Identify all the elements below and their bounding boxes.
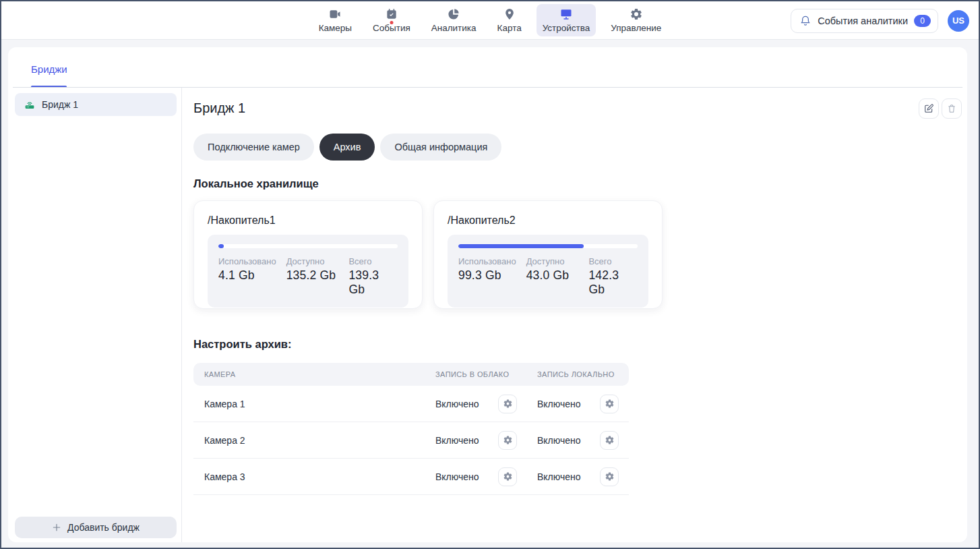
nav-item-map[interactable]: Карта xyxy=(491,4,528,36)
storage-card-2: /Накопитель2 Использовано 99.3 Gb Доступ… xyxy=(433,200,663,309)
gear-icon xyxy=(605,435,615,445)
bell-icon xyxy=(799,15,811,27)
bridge-router-icon xyxy=(24,98,36,111)
nav-label-management: Управление xyxy=(611,23,661,33)
used-value: 99.3 Gb xyxy=(458,268,526,283)
sidebar-item-bridge-1[interactable]: Бридж 1 xyxy=(15,93,177,116)
delete-bridge-button[interactable] xyxy=(942,98,962,119)
main-nav: Камеры События Аналитика Карта xyxy=(313,4,668,36)
tab-archive[interactable]: Архив xyxy=(319,134,375,161)
archive-table: КАМЕРА ЗАПИСЬ В ОБЛАКО ЗАПИСЬ ЛОКАЛЬНО К… xyxy=(193,363,629,495)
used-value: 4.1 Gb xyxy=(218,268,286,283)
nav-label-events: События xyxy=(373,23,410,33)
used-label: Использовано xyxy=(458,256,526,266)
total-label: Всего xyxy=(588,256,638,266)
plus-icon xyxy=(52,523,61,532)
sidebar-item-label: Бридж 1 xyxy=(42,99,78,110)
nav-label-devices: Устройства xyxy=(543,23,590,33)
nav-label-cameras: Камеры xyxy=(319,23,352,33)
storage-cards: /Накопитель1 Использовано 4.1 Gb Доступн… xyxy=(193,200,962,309)
cloud-recording-status: Включено xyxy=(435,435,479,446)
storage-progress-track xyxy=(458,244,638,248)
bridges-sidebar: Бридж 1 Добавить бридж xyxy=(8,88,182,542)
cloud-recording-status: Включено xyxy=(435,399,479,409)
storage-progress-fill xyxy=(218,244,224,248)
tab-bridges[interactable]: Бриджи xyxy=(31,63,67,75)
gear-icon xyxy=(503,399,513,409)
storage-progress-fill xyxy=(458,244,584,248)
camera-icon xyxy=(328,7,342,21)
page-title: Бридж 1 xyxy=(193,98,245,116)
camera-name: Камера 3 xyxy=(193,471,435,482)
camera-name: Камера 2 xyxy=(193,435,435,446)
nav-item-cameras[interactable]: Камеры xyxy=(313,4,358,36)
cloud-recording-settings-button[interactable] xyxy=(498,431,517,450)
total-value: 139.3 Gb xyxy=(348,268,398,297)
local-recording-settings-button[interactable] xyxy=(600,431,619,450)
nav-label-analytics: Аналитика xyxy=(431,23,477,33)
gear-icon xyxy=(605,399,615,409)
user-avatar[interactable]: US xyxy=(948,10,969,32)
configure-archive-heading: Настроить архив: xyxy=(193,338,962,351)
notification-dot xyxy=(390,21,393,24)
local-recording-status: Включено xyxy=(537,399,581,409)
nav-label-map: Карта xyxy=(497,23,522,33)
analytics-events-button[interactable]: События аналитики 0 xyxy=(791,9,938,33)
total-label: Всего xyxy=(348,256,398,266)
topbar-right: События аналитики 0 US xyxy=(791,1,969,40)
storage-usage-panel: Использовано 99.3 Gb Доступно 43.0 Gb Вс… xyxy=(448,235,648,308)
nav-item-analytics[interactable]: Аналитика xyxy=(425,4,483,36)
local-recording-settings-button[interactable] xyxy=(600,395,619,413)
settings-gear-icon xyxy=(629,7,644,21)
storage-name: /Накопитель2 xyxy=(448,214,648,227)
table-row-camera-2: Камера 2 Включено Включено xyxy=(193,422,629,459)
cloud-recording-settings-button[interactable] xyxy=(498,395,517,413)
bridge-tabs: Подключение камер Архив Общая информация xyxy=(193,134,962,161)
gear-icon xyxy=(503,471,513,482)
trash-icon xyxy=(946,103,957,114)
title-actions xyxy=(919,98,962,119)
local-recording-status: Включено xyxy=(537,471,581,482)
column-camera: КАМЕРА xyxy=(193,370,435,378)
map-pin-icon xyxy=(502,7,517,21)
add-bridge-button[interactable]: Добавить бридж xyxy=(15,517,177,538)
gear-icon xyxy=(605,471,615,482)
top-navigation-bar: Камеры События Аналитика Карта xyxy=(1,1,979,40)
cloud-recording-settings-button[interactable] xyxy=(498,467,517,486)
analytics-events-label: События аналитики xyxy=(818,16,908,26)
add-bridge-label: Добавить бридж xyxy=(67,522,140,533)
local-recording-status: Включено xyxy=(537,435,581,446)
local-recording-settings-button[interactable] xyxy=(600,467,619,486)
monitor-icon xyxy=(559,7,574,21)
cloud-recording-status: Включено xyxy=(435,471,479,482)
events-count-badge: 0 xyxy=(914,15,931,27)
column-local-recording: ЗАПИСЬ ЛОКАЛЬНО xyxy=(537,370,629,378)
storage-name: /Накопитель1 xyxy=(208,214,408,227)
main-panel: Бриджи Бридж 1 Добавить бридж Б xyxy=(8,47,967,542)
pie-chart-icon xyxy=(446,7,461,21)
available-value: 135.2 Gb xyxy=(286,268,349,283)
storage-progress-track xyxy=(218,244,398,248)
used-label: Использовано xyxy=(218,256,286,266)
table-row-camera-3: Камера 3 Включено Включено xyxy=(193,459,629,495)
column-cloud-recording: ЗАПИСЬ В ОБЛАКО xyxy=(435,370,537,378)
tab-camera-connection[interactable]: Подключение камер xyxy=(193,134,314,161)
edit-icon xyxy=(923,103,934,114)
local-storage-heading: Локальное хранилище xyxy=(193,177,962,190)
available-label: Доступно xyxy=(286,256,349,266)
calendar-check-icon xyxy=(384,7,399,21)
edit-bridge-button[interactable] xyxy=(919,98,939,119)
total-value: 142.3 Gb xyxy=(588,268,638,297)
gear-icon xyxy=(503,435,513,445)
app-window: Камеры События Аналитика Карта xyxy=(0,0,980,549)
tab-general-info[interactable]: Общая информация xyxy=(380,134,501,161)
available-label: Доступно xyxy=(526,256,589,266)
archive-table-header: КАМЕРА ЗАПИСЬ В ОБЛАКО ЗАПИСЬ ЛОКАЛЬНО xyxy=(193,363,629,386)
available-value: 43.0 Gb xyxy=(526,268,589,283)
nav-item-devices[interactable]: Устройства xyxy=(537,4,596,36)
nav-item-management[interactable]: Управление xyxy=(605,4,667,36)
camera-name: Камера 1 xyxy=(193,399,435,409)
nav-item-events[interactable]: События xyxy=(367,4,417,36)
table-row-camera-1: Камера 1 Включено Включено xyxy=(193,386,629,422)
storage-usage-panel: Использовано 4.1 Gb Доступно 135.2 Gb Вс… xyxy=(208,235,408,308)
